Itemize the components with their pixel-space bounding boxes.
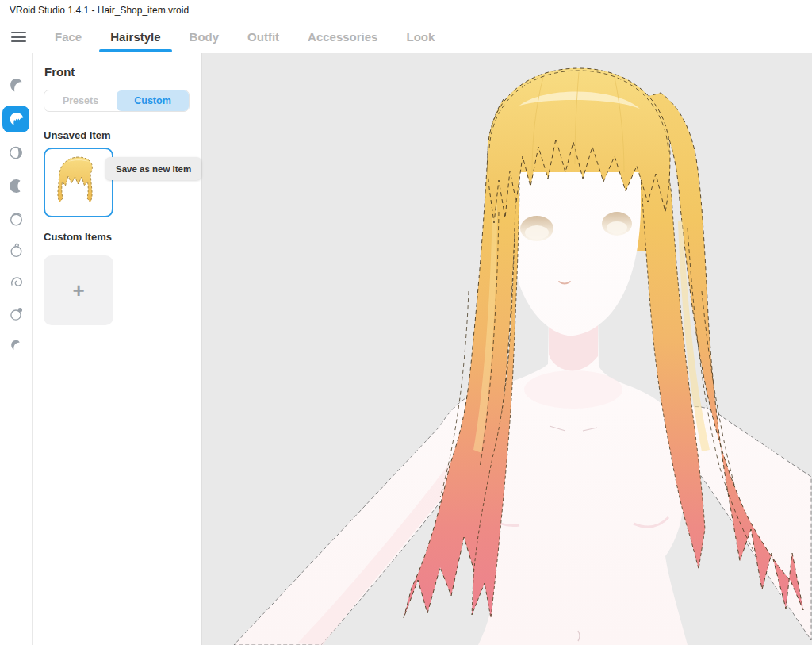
sidebar-item-tied-hair[interactable] [2,300,29,327]
sidebar-item-hair-strand-curl[interactable] [2,268,29,295]
tab-accessories[interactable]: Accessories [308,30,377,44]
sidebar-item-front-hair[interactable] [2,106,29,132]
side-hair-icon [8,144,25,161]
front-hair-icon [8,111,25,128]
sidebar-item-whole-hairstyle[interactable] [2,71,29,98]
sidebar-item-side-hair[interactable] [2,139,29,166]
hair-thumbnail-image [45,149,112,216]
tab-outfit[interactable]: Outfit [247,30,279,44]
tied-hair-icon [8,305,25,322]
window-title: VRoid Studio 1.4.1 - Hair_Shop_item.vroi… [10,5,189,16]
hamburger-menu-icon[interactable] [11,32,26,42]
back-hair-icon [8,178,25,194]
unsaved-hair-item-thumbnail[interactable] [44,148,113,217]
hair-category-sidebar [0,53,33,645]
presets-segment[interactable]: Presets [44,90,117,111]
tab-face[interactable]: Face [55,30,82,44]
custom-items-section-title: Custom Items [44,231,112,243]
tab-hairstyle[interactable]: Hairstyle [110,30,160,44]
panel-heading: Front [44,65,75,79]
character-preview [202,53,812,645]
character-viewport[interactable] [202,53,812,645]
sidebar-item-ahoge[interactable] [2,236,29,263]
main-nav: Face Hairstyle Body Outfit Accessories L… [0,21,812,54]
sidebar-item-stray-hair[interactable] [2,205,29,232]
window-titlebar: VRoid Studio 1.4.1 - Hair_Shop_item.vroi… [0,0,812,21]
custom-segment[interactable]: Custom [117,90,189,111]
ahoge-icon [8,242,25,259]
tab-body[interactable]: Body [190,30,220,44]
base-hair-icon [8,337,25,354]
unsaved-item-section-title: Unsaved Item [44,129,111,141]
front-hair-panel: Front Presets Custom Unsaved Item Save a… [33,53,202,645]
presets-custom-toggle: Presets Custom [44,90,190,112]
sidebar-item-base-hair[interactable] [2,332,29,359]
whole-hairstyle-icon [8,77,25,94]
plus-icon: + [72,280,84,301]
add-custom-item-button[interactable]: + [44,255,113,325]
save-as-new-item-button[interactable]: Save as new item [105,157,201,180]
tab-look[interactable]: Look [406,30,435,44]
hair-strand-curl-icon [8,274,25,290]
sidebar-item-back-hair[interactable] [2,172,29,199]
stray-hair-icon [8,211,25,228]
